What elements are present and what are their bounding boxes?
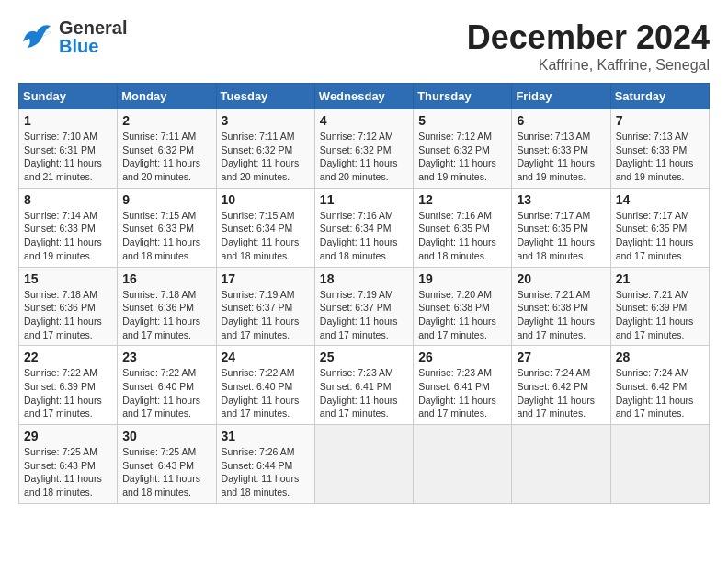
calendar-cell: 30Sunrise: 7:25 AMSunset: 6:43 PMDayligh…	[118, 425, 216, 504]
calendar-cell: 3Sunrise: 7:11 AMSunset: 6:32 PMDaylight…	[216, 109, 314, 189]
calendar-cell: 2Sunrise: 7:11 AMSunset: 6:32 PMDaylight…	[118, 109, 216, 189]
day-info: Sunrise: 7:16 AMSunset: 6:34 PMDaylight:…	[320, 209, 408, 263]
day-info: Sunrise: 7:20 AMSunset: 6:38 PMDaylight:…	[418, 288, 506, 342]
calendar-cell: 4Sunrise: 7:12 AMSunset: 6:32 PMDaylight…	[314, 109, 413, 189]
calendar-week-row: 1Sunrise: 7:10 AMSunset: 6:31 PMDaylight…	[19, 109, 710, 189]
day-number: 21	[616, 271, 704, 286]
day-number: 5	[418, 113, 506, 128]
day-number: 11	[320, 192, 408, 207]
calendar-cell: 24Sunrise: 7:22 AMSunset: 6:40 PMDayligh…	[216, 346, 314, 425]
day-info: Sunrise: 7:18 AMSunset: 6:36 PMDaylight:…	[122, 288, 210, 342]
weekday-header-tuesday: Tuesday	[216, 84, 314, 109]
day-number: 2	[122, 113, 210, 128]
calendar-week-row: 15Sunrise: 7:18 AMSunset: 6:36 PMDayligh…	[19, 267, 710, 346]
day-info: Sunrise: 7:23 AMSunset: 6:41 PMDaylight:…	[418, 366, 506, 420]
logo-general-text: General	[59, 18, 127, 37]
day-number: 28	[616, 350, 704, 364]
day-info: Sunrise: 7:19 AMSunset: 6:37 PMDaylight:…	[320, 288, 408, 342]
calendar-cell: 8Sunrise: 7:14 AMSunset: 6:33 PMDaylight…	[19, 188, 118, 267]
calendar-cell: 10Sunrise: 7:15 AMSunset: 6:34 PMDayligh…	[216, 188, 314, 267]
day-number: 9	[122, 192, 210, 207]
logo-name: General Blue	[59, 18, 127, 55]
day-number: 31	[222, 429, 310, 443]
location-text: Kaffrine, Kaffrine, Senegal	[467, 57, 710, 74]
day-info: Sunrise: 7:11 AMSunset: 6:32 PMDaylight:…	[122, 130, 210, 184]
day-number: 15	[24, 271, 112, 286]
day-info: Sunrise: 7:17 AMSunset: 6:35 PMDaylight:…	[517, 209, 605, 263]
day-info: Sunrise: 7:21 AMSunset: 6:39 PMDaylight:…	[616, 288, 704, 342]
day-info: Sunrise: 7:22 AMSunset: 6:40 PMDaylight:…	[122, 366, 210, 420]
day-number: 13	[517, 192, 605, 207]
day-number: 20	[517, 271, 605, 286]
weekday-header-saturday: Saturday	[610, 84, 709, 109]
calendar-cell: 1Sunrise: 7:10 AMSunset: 6:31 PMDaylight…	[19, 109, 118, 189]
day-info: Sunrise: 7:15 AMSunset: 6:33 PMDaylight:…	[122, 209, 210, 263]
calendar-cell: 15Sunrise: 7:18 AMSunset: 6:36 PMDayligh…	[19, 267, 118, 346]
calendar-cell: 29Sunrise: 7:25 AMSunset: 6:43 PMDayligh…	[19, 425, 118, 504]
calendar-cell: 14Sunrise: 7:17 AMSunset: 6:35 PMDayligh…	[610, 188, 709, 267]
calendar-cell: 6Sunrise: 7:13 AMSunset: 6:33 PMDaylight…	[512, 109, 610, 189]
day-info: Sunrise: 7:26 AMSunset: 6:44 PMDaylight:…	[222, 445, 310, 500]
day-number: 14	[616, 192, 704, 207]
day-info: Sunrise: 7:12 AMSunset: 6:32 PMDaylight:…	[320, 130, 408, 184]
day-number: 10	[222, 192, 310, 207]
day-info: Sunrise: 7:19 AMSunset: 6:37 PMDaylight:…	[222, 288, 310, 342]
day-number: 7	[616, 113, 704, 128]
day-number: 22	[24, 350, 112, 364]
day-info: Sunrise: 7:13 AMSunset: 6:33 PMDaylight:…	[517, 130, 605, 184]
day-number: 25	[320, 350, 408, 364]
day-info: Sunrise: 7:17 AMSunset: 6:35 PMDaylight:…	[616, 209, 704, 263]
calendar-cell: 9Sunrise: 7:15 AMSunset: 6:33 PMDaylight…	[118, 188, 216, 267]
calendar-cell: 18Sunrise: 7:19 AMSunset: 6:37 PMDayligh…	[314, 267, 413, 346]
day-info: Sunrise: 7:12 AMSunset: 6:32 PMDaylight:…	[418, 130, 506, 184]
calendar-cell: 22Sunrise: 7:22 AMSunset: 6:39 PMDayligh…	[19, 346, 118, 425]
weekday-header-sunday: Sunday	[19, 84, 118, 109]
day-number: 26	[418, 350, 506, 364]
calendar-cell: 11Sunrise: 7:16 AMSunset: 6:34 PMDayligh…	[314, 188, 413, 267]
calendar-cell: 5Sunrise: 7:12 AMSunset: 6:32 PMDaylight…	[414, 109, 512, 189]
page-header: General Blue December 2024 Kaffrine, Kaf…	[18, 18, 710, 74]
day-number: 29	[24, 429, 112, 443]
day-number: 12	[418, 192, 506, 207]
day-number: 4	[320, 113, 408, 128]
day-info: Sunrise: 7:25 AMSunset: 6:43 PMDaylight:…	[122, 445, 210, 500]
logo-blue-text: Blue	[59, 37, 127, 55]
logo: General Blue	[18, 18, 127, 55]
weekday-header-thursday: Thursday	[414, 84, 512, 109]
day-number: 24	[222, 350, 310, 364]
day-info: Sunrise: 7:13 AMSunset: 6:33 PMDaylight:…	[616, 130, 704, 184]
calendar-cell: 26Sunrise: 7:23 AMSunset: 6:41 PMDayligh…	[414, 346, 512, 425]
calendar-cell: 17Sunrise: 7:19 AMSunset: 6:37 PMDayligh…	[216, 267, 314, 346]
month-title: December 2024	[467, 18, 710, 57]
day-number: 19	[418, 271, 506, 286]
day-info: Sunrise: 7:24 AMSunset: 6:42 PMDaylight:…	[517, 366, 605, 420]
day-info: Sunrise: 7:16 AMSunset: 6:35 PMDaylight:…	[418, 209, 506, 263]
calendar-cell: 31Sunrise: 7:26 AMSunset: 6:44 PMDayligh…	[216, 425, 314, 504]
day-info: Sunrise: 7:21 AMSunset: 6:38 PMDaylight:…	[517, 288, 605, 342]
calendar-cell: 23Sunrise: 7:22 AMSunset: 6:40 PMDayligh…	[118, 346, 216, 425]
day-info: Sunrise: 7:15 AMSunset: 6:34 PMDaylight:…	[222, 209, 310, 263]
day-info: Sunrise: 7:25 AMSunset: 6:43 PMDaylight:…	[24, 445, 112, 500]
weekday-header-friday: Friday	[512, 84, 610, 109]
calendar-cell	[314, 425, 413, 504]
calendar-cell	[414, 425, 512, 504]
day-number: 1	[24, 113, 112, 128]
day-info: Sunrise: 7:10 AMSunset: 6:31 PMDaylight:…	[24, 130, 112, 184]
calendar-week-row: 8Sunrise: 7:14 AMSunset: 6:33 PMDaylight…	[19, 188, 710, 267]
day-info: Sunrise: 7:14 AMSunset: 6:33 PMDaylight:…	[24, 209, 112, 263]
calendar-cell: 27Sunrise: 7:24 AMSunset: 6:42 PMDayligh…	[512, 346, 610, 425]
day-info: Sunrise: 7:22 AMSunset: 6:40 PMDaylight:…	[222, 366, 310, 420]
day-number: 6	[517, 113, 605, 128]
calendar-cell	[512, 425, 610, 504]
day-number: 23	[122, 350, 210, 364]
day-info: Sunrise: 7:11 AMSunset: 6:32 PMDaylight:…	[222, 130, 310, 184]
day-number: 27	[517, 350, 605, 364]
calendar-cell: 25Sunrise: 7:23 AMSunset: 6:41 PMDayligh…	[314, 346, 413, 425]
weekday-header-wednesday: Wednesday	[314, 84, 413, 109]
calendar-table: SundayMondayTuesdayWednesdayThursdayFrid…	[18, 83, 710, 504]
day-info: Sunrise: 7:24 AMSunset: 6:42 PMDaylight:…	[616, 366, 704, 420]
calendar-header-row: SundayMondayTuesdayWednesdayThursdayFrid…	[19, 84, 710, 109]
day-number: 30	[122, 429, 210, 443]
day-info: Sunrise: 7:18 AMSunset: 6:36 PMDaylight:…	[24, 288, 112, 342]
title-section: December 2024 Kaffrine, Kaffrine, Senega…	[467, 18, 710, 74]
